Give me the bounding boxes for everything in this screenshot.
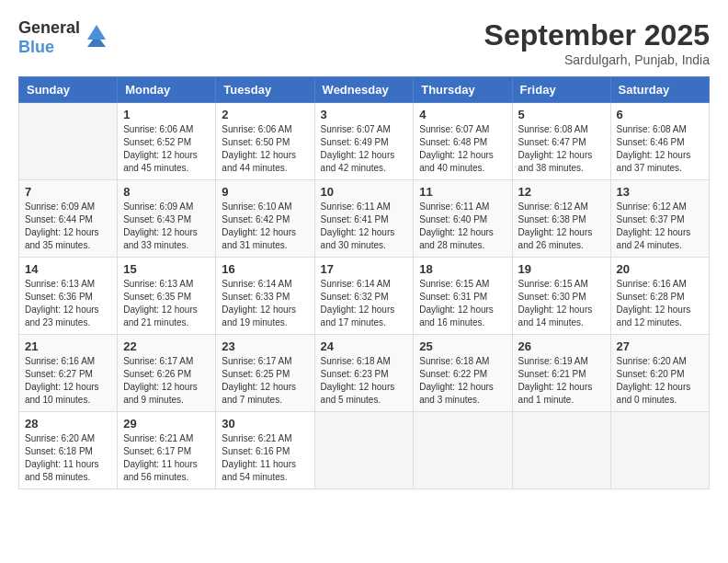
day-info: Sunrise: 6:18 AMSunset: 6:22 PMDaylight:… (419, 355, 506, 407)
day-info: Sunrise: 6:09 AMSunset: 6:44 PMDaylight:… (25, 201, 111, 252)
calendar-table: SundayMondayTuesdayWednesdayThursdayFrid… (18, 76, 710, 489)
calendar-cell: 15Sunrise: 6:13 AMSunset: 6:35 PMDayligh… (118, 258, 216, 335)
day-info: Sunrise: 6:06 AMSunset: 6:52 PMDaylight:… (123, 123, 210, 175)
calendar-cell (512, 412, 610, 489)
day-number: 20 (617, 262, 703, 276)
calendar-week-row: 1Sunrise: 6:06 AMSunset: 6:52 PMDaylight… (19, 103, 710, 180)
calendar-cell: 12Sunrise: 6:12 AMSunset: 6:38 PMDayligh… (512, 180, 610, 258)
logo: General Blue (18, 18, 109, 57)
calendar-cell: 26Sunrise: 6:19 AMSunset: 6:21 PMDayligh… (512, 335, 610, 412)
svg-marker-0 (87, 25, 106, 40)
calendar-cell: 18Sunrise: 6:15 AMSunset: 6:31 PMDayligh… (414, 258, 512, 335)
day-info: Sunrise: 6:13 AMSunset: 6:35 PMDaylight:… (123, 278, 210, 329)
calendar-cell: 1Sunrise: 6:06 AMSunset: 6:52 PMDaylight… (118, 103, 216, 180)
weekday-header: Thursday (414, 77, 512, 103)
day-info: Sunrise: 6:12 AMSunset: 6:38 PMDaylight:… (518, 201, 605, 252)
day-info: Sunrise: 6:17 AMSunset: 6:25 PMDaylight:… (222, 355, 308, 407)
day-info: Sunrise: 6:12 AMSunset: 6:37 PMDaylight:… (617, 201, 703, 252)
day-info: Sunrise: 6:21 AMSunset: 6:17 PMDaylight:… (123, 432, 210, 484)
calendar-cell: 23Sunrise: 6:17 AMSunset: 6:25 PMDayligh… (216, 335, 314, 412)
day-info: Sunrise: 6:21 AMSunset: 6:16 PMDaylight:… (222, 432, 308, 484)
calendar-cell: 7Sunrise: 6:09 AMSunset: 6:44 PMDaylight… (19, 180, 118, 258)
day-number: 11 (419, 185, 506, 199)
day-number: 1 (123, 108, 210, 121)
day-number: 26 (518, 339, 605, 353)
day-number: 21 (25, 339, 111, 353)
calendar-cell (19, 103, 118, 180)
day-number: 6 (617, 108, 703, 121)
day-info: Sunrise: 6:10 AMSunset: 6:42 PMDaylight:… (222, 201, 308, 252)
day-number: 15 (123, 262, 210, 276)
day-info: Sunrise: 6:09 AMSunset: 6:43 PMDaylight:… (123, 201, 210, 252)
day-info: Sunrise: 6:14 AMSunset: 6:32 PMDaylight:… (321, 278, 408, 329)
calendar-cell (414, 412, 512, 489)
logo-text: General Blue (18, 18, 80, 57)
calendar-week-row: 14Sunrise: 6:13 AMSunset: 6:36 PMDayligh… (19, 258, 710, 335)
day-info: Sunrise: 6:07 AMSunset: 6:49 PMDaylight:… (321, 123, 408, 175)
month-title: September 2025 (484, 18, 710, 52)
calendar-cell: 5Sunrise: 6:08 AMSunset: 6:47 PMDaylight… (512, 103, 610, 180)
calendar-cell: 8Sunrise: 6:09 AMSunset: 6:43 PMDaylight… (118, 180, 216, 258)
calendar-week-row: 21Sunrise: 6:16 AMSunset: 6:27 PMDayligh… (19, 335, 710, 412)
weekday-header: Wednesday (314, 77, 414, 103)
calendar-cell: 21Sunrise: 6:16 AMSunset: 6:27 PMDayligh… (19, 335, 118, 412)
calendar-cell: 2Sunrise: 6:06 AMSunset: 6:50 PMDaylight… (216, 103, 314, 180)
day-info: Sunrise: 6:11 AMSunset: 6:41 PMDaylight:… (321, 201, 408, 252)
day-info: Sunrise: 6:14 AMSunset: 6:33 PMDaylight:… (222, 278, 308, 329)
day-info: Sunrise: 6:20 AMSunset: 6:18 PMDaylight:… (25, 432, 111, 484)
logo-icon (84, 21, 109, 47)
day-number: 5 (518, 108, 605, 121)
calendar-cell (610, 412, 709, 489)
calendar-cell: 11Sunrise: 6:11 AMSunset: 6:40 PMDayligh… (414, 180, 512, 258)
day-number: 7 (25, 185, 111, 199)
day-info: Sunrise: 6:18 AMSunset: 6:23 PMDaylight:… (321, 355, 408, 407)
day-number: 24 (321, 339, 408, 353)
logo-general: General (18, 18, 80, 37)
day-number: 14 (25, 262, 111, 276)
day-number: 30 (222, 417, 308, 431)
calendar-cell: 19Sunrise: 6:15 AMSunset: 6:30 PMDayligh… (512, 258, 610, 335)
page-header: General Blue September 2025 Sardulgarh, … (18, 18, 710, 67)
calendar-cell: 22Sunrise: 6:17 AMSunset: 6:26 PMDayligh… (118, 335, 216, 412)
calendar-cell: 13Sunrise: 6:12 AMSunset: 6:37 PMDayligh… (610, 180, 709, 258)
calendar-cell: 16Sunrise: 6:14 AMSunset: 6:33 PMDayligh… (216, 258, 314, 335)
weekday-header: Sunday (19, 77, 118, 103)
day-number: 17 (321, 262, 408, 276)
day-info: Sunrise: 6:17 AMSunset: 6:26 PMDaylight:… (123, 355, 210, 407)
calendar-cell: 9Sunrise: 6:10 AMSunset: 6:42 PMDaylight… (216, 180, 314, 258)
calendar-week-row: 7Sunrise: 6:09 AMSunset: 6:44 PMDaylight… (19, 180, 710, 258)
calendar-cell (314, 412, 414, 489)
calendar-cell: 27Sunrise: 6:20 AMSunset: 6:20 PMDayligh… (610, 335, 709, 412)
weekday-header: Friday (512, 77, 610, 103)
day-number: 3 (321, 108, 408, 121)
day-info: Sunrise: 6:20 AMSunset: 6:20 PMDaylight:… (617, 355, 703, 407)
day-number: 27 (617, 339, 703, 353)
svg-marker-1 (87, 40, 106, 47)
day-info: Sunrise: 6:13 AMSunset: 6:36 PMDaylight:… (25, 278, 111, 329)
calendar-header-row: SundayMondayTuesdayWednesdayThursdayFrid… (19, 77, 710, 103)
day-number: 19 (518, 262, 605, 276)
calendar-week-row: 28Sunrise: 6:20 AMSunset: 6:18 PMDayligh… (19, 412, 710, 489)
day-info: Sunrise: 6:16 AMSunset: 6:27 PMDaylight:… (25, 355, 111, 407)
calendar-cell: 14Sunrise: 6:13 AMSunset: 6:36 PMDayligh… (19, 258, 118, 335)
calendar-cell: 20Sunrise: 6:16 AMSunset: 6:28 PMDayligh… (610, 258, 709, 335)
calendar-cell: 6Sunrise: 6:08 AMSunset: 6:46 PMDaylight… (610, 103, 709, 180)
day-number: 25 (419, 339, 506, 353)
day-number: 4 (419, 108, 506, 121)
day-number: 12 (518, 185, 605, 199)
calendar-cell: 30Sunrise: 6:21 AMSunset: 6:16 PMDayligh… (216, 412, 314, 489)
weekday-header: Tuesday (216, 77, 314, 103)
day-number: 16 (222, 262, 308, 276)
day-number: 8 (123, 185, 210, 199)
calendar-cell: 4Sunrise: 6:07 AMSunset: 6:48 PMDaylight… (414, 103, 512, 180)
day-number: 29 (123, 417, 210, 431)
calendar-cell: 24Sunrise: 6:18 AMSunset: 6:23 PMDayligh… (314, 335, 414, 412)
day-info: Sunrise: 6:15 AMSunset: 6:30 PMDaylight:… (518, 278, 605, 329)
calendar-cell: 28Sunrise: 6:20 AMSunset: 6:18 PMDayligh… (19, 412, 118, 489)
calendar-cell: 3Sunrise: 6:07 AMSunset: 6:49 PMDaylight… (314, 103, 414, 180)
day-number: 2 (222, 108, 308, 121)
day-info: Sunrise: 6:06 AMSunset: 6:50 PMDaylight:… (222, 123, 308, 175)
day-number: 10 (321, 185, 408, 199)
calendar-cell: 25Sunrise: 6:18 AMSunset: 6:22 PMDayligh… (414, 335, 512, 412)
day-info: Sunrise: 6:07 AMSunset: 6:48 PMDaylight:… (419, 123, 506, 175)
